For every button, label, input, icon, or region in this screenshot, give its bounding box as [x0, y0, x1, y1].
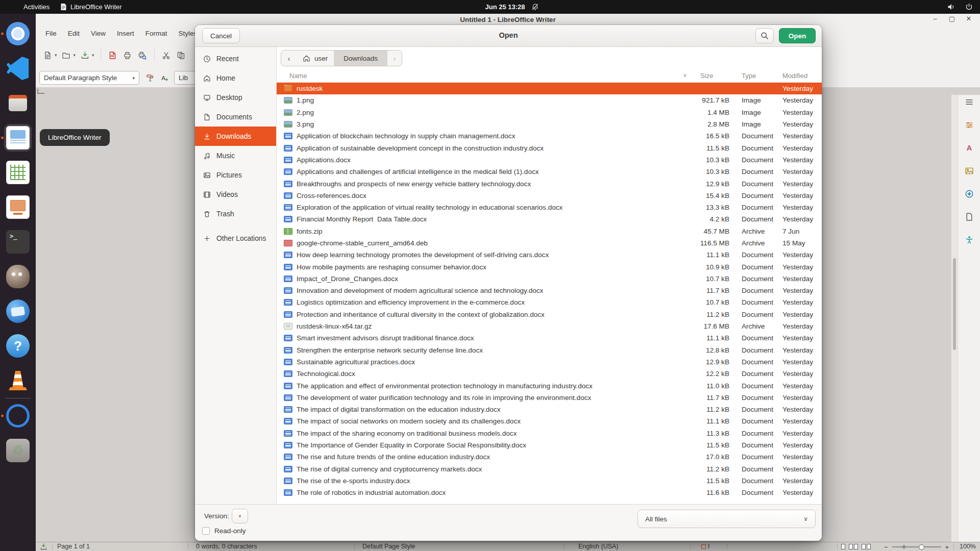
file-row[interactable]: fonts.zip 45.7 MB Archive 7 Jun [277, 226, 822, 237]
file-row[interactable]: rustdesk-linux-x64.tar.gz 17.6 MB Archiv… [277, 320, 822, 332]
breadcrumb-current-folder[interactable]: Downloads [334, 51, 387, 66]
dock-item-divider[interactable] [5, 398, 31, 398]
sidebar-tab-navigator[interactable] [964, 190, 974, 200]
dock-item-vscode[interactable] [4, 55, 32, 82]
file-row[interactable]: Innovation and development of modern agr… [277, 285, 822, 296]
place-film[interactable]: Videos [195, 185, 276, 204]
dock-item-files[interactable] [4, 89, 32, 117]
file-row[interactable]: The impact of social networks on modern … [277, 415, 822, 427]
dock-item-help[interactable] [4, 332, 32, 360]
place-home[interactable]: Home [195, 68, 276, 88]
text-language[interactable]: English (USA) [578, 542, 619, 551]
maximize-button[interactable]: ▢ [948, 15, 956, 22]
file-row[interactable]: 3.png 2.8 MB Image Yesterday [277, 118, 822, 130]
file-type-filter-dropdown[interactable]: All files ∨ [638, 510, 816, 528]
place-document[interactable]: Documents [195, 107, 276, 127]
place-clock[interactable]: Recent [195, 49, 276, 68]
file-row[interactable]: 1.png 921.7 kB Image Yesterday [277, 94, 822, 106]
column-type[interactable]: Type [741, 72, 782, 80]
book-view-button[interactable] [862, 544, 871, 549]
dock-item-gimp[interactable] [4, 263, 32, 290]
file-row[interactable]: The development of water purification te… [277, 392, 822, 404]
sidebar-tab-properties[interactable] [964, 121, 974, 131]
dock-item-writer[interactable] [4, 124, 32, 152]
version-dropdown[interactable]: ▾ [232, 509, 248, 523]
file-row[interactable]: Financial Monthly Report Data Table.docx… [277, 213, 822, 225]
breadcrumb-home[interactable]: user [297, 51, 334, 66]
toolbar-button-cut[interactable]: ▾ [161, 49, 172, 61]
paragraph-style-combo[interactable]: Default Paragraph Style▾ [39, 71, 139, 85]
dock-item-chromium[interactable] [4, 20, 32, 47]
readonly-option[interactable]: Read-only [202, 527, 246, 535]
file-row[interactable]: Sustainable agricultural practices.docx … [277, 356, 822, 368]
file-row[interactable]: The Importance of Gender Equality in Cor… [277, 439, 822, 451]
zoom-out-button[interactable]: − [884, 543, 888, 551]
dropdown-caret-icon[interactable]: ▾ [92, 53, 94, 58]
file-row[interactable]: Application of blockchain technology in … [277, 130, 822, 142]
file-row[interactable]: The rise of the e-sports industry.docx 1… [277, 475, 822, 487]
file-row[interactable]: The rise of digital currency and cryptoc… [277, 463, 822, 475]
minimize-button[interactable]: – [931, 15, 939, 22]
search-button[interactable] [755, 28, 774, 43]
zoom-level[interactable]: 100% [960, 542, 976, 551]
forward-button[interactable]: › [387, 51, 402, 66]
file-row[interactable]: Smart investment advisors disrupt tradit… [277, 332, 822, 344]
toolbar-button-open-folder[interactable]: ▾ [61, 49, 76, 61]
place-desktop[interactable]: Desktop [195, 88, 276, 107]
dropdown-caret-icon[interactable]: ▾ [55, 53, 57, 58]
readonly-checkbox[interactable] [202, 527, 210, 535]
toolbar-button-sep[interactable]: ▾ [101, 49, 101, 61]
place-music[interactable]: Music [195, 146, 276, 165]
back-button[interactable]: ‹ [281, 51, 297, 66]
column-modified[interactable]: Modified [782, 72, 822, 80]
column-name[interactable]: Name∨ [277, 72, 690, 80]
dock-item-software[interactable] [4, 402, 32, 430]
file-row[interactable]: The rise and future trends of the online… [277, 451, 822, 463]
toolbar-button-export-pdf[interactable]: ▾ [107, 49, 118, 61]
sidebar-tab-gallery[interactable] [964, 167, 974, 177]
toolbar-button-save[interactable]: ▾ [79, 49, 94, 61]
file-row[interactable]: The role of robotics in industrial autom… [277, 487, 822, 498]
dock-item-calc[interactable] [4, 159, 32, 186]
format-tool-button-new-style[interactable]: A▾ [159, 72, 170, 84]
word-count[interactable]: 0 words, 0 characters [196, 542, 257, 551]
multi-page-view-button[interactable] [849, 544, 858, 549]
menu-item[interactable]: Edit [62, 25, 85, 42]
sidebar-tab-page[interactable] [964, 213, 974, 223]
writer-titlebar[interactable]: Untitled 1 - LibreOffice Writer – ▢ ✕ [36, 14, 980, 25]
file-row[interactable]: Exploration of the application of virtua… [277, 202, 822, 213]
open-button[interactable]: Open [779, 28, 816, 43]
file-row[interactable]: Applications and challenges of artificia… [277, 166, 822, 178]
file-row[interactable]: Protection and inheritance of cultural d… [277, 309, 822, 320]
zoom-in-button[interactable]: + [945, 543, 949, 551]
sidebar-tab-sidebar-menu[interactable] [964, 98, 974, 108]
menu-item[interactable]: View [85, 25, 111, 42]
place-trash[interactable]: Trash [195, 204, 276, 223]
dock-item-terminal[interactable] [4, 228, 32, 256]
page-count[interactable]: Page 1 of 1 [57, 542, 90, 551]
toolbar-button-copy[interactable]: ▾ [176, 49, 187, 61]
cancel-button[interactable]: Cancel [202, 28, 240, 43]
file-row[interactable]: Application of sustainable development c… [277, 142, 822, 154]
dock-item-impress[interactable] [4, 193, 32, 221]
dock-item-thunderbird[interactable] [4, 297, 32, 325]
sidebar-tab-accessibility[interactable] [964, 236, 974, 246]
dropdown-caret-icon[interactable]: ▾ [74, 53, 76, 58]
menu-item[interactable]: Insert [111, 25, 140, 42]
zoom-slider-track[interactable] [892, 542, 941, 551]
vertical-scrollbar[interactable] [951, 95, 958, 542]
file-row[interactable]: Technological.docx 12.2 kB Document Yest… [277, 368, 822, 380]
toolbar-button-print-preview[interactable]: ▾ [137, 49, 148, 61]
dialog-header[interactable]: Open Cancel Open [195, 25, 822, 47]
file-row[interactable]: Logistics optimization and efficiency im… [277, 296, 822, 308]
single-page-view-button[interactable] [841, 544, 845, 549]
zoom-slider-knob[interactable] [919, 544, 924, 550]
place-plus[interactable]: Other Locations [195, 229, 276, 248]
dock-item-trash[interactable] [4, 437, 32, 464]
file-row[interactable]: google-chrome-stable_current_amd64.deb 1… [277, 237, 822, 249]
scrollbar-thumb[interactable] [953, 258, 956, 350]
clock-menu[interactable]: Jun 25 13:28 [22, 0, 980, 14]
toolbar-button-new-doc[interactable]: ▾ [42, 49, 57, 61]
file-row[interactable]: rustdesk Yesterday [277, 83, 822, 94]
file-row[interactable]: Breakthroughs and prospects of new energ… [277, 178, 822, 189]
